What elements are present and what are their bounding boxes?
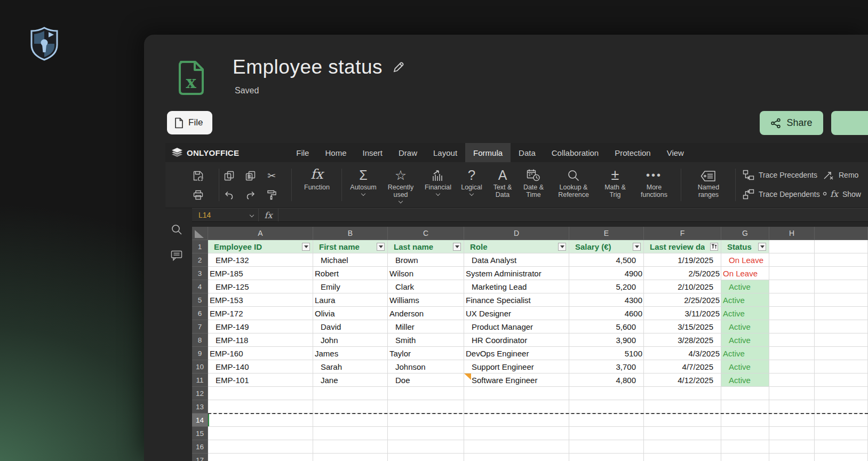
cell-H2[interactable] xyxy=(769,253,815,267)
cell-B9[interactable]: James xyxy=(313,347,388,360)
row-header-7[interactable]: 7 xyxy=(192,320,208,333)
cell-H5[interactable] xyxy=(769,293,815,307)
cell-B10[interactable]: Sarah xyxy=(313,360,388,373)
cell-E12[interactable] xyxy=(569,387,644,400)
sort-filter-button[interactable] xyxy=(710,243,718,251)
cell-H3[interactable] xyxy=(769,267,815,280)
insert-function-button[interactable]: fx Function xyxy=(297,166,337,204)
cell-E9[interactable]: 5100 xyxy=(569,347,644,360)
text-data-button[interactable]: A Text & Data xyxy=(488,166,517,204)
cell-D13[interactable] xyxy=(464,400,569,414)
cell-G1[interactable]: Status xyxy=(721,240,769,253)
cell-G2[interactable]: On Leave xyxy=(721,253,769,267)
row-header-9[interactable]: 9 xyxy=(192,347,208,360)
cell-A12[interactable] xyxy=(208,387,313,400)
cell-H7[interactable] xyxy=(769,320,815,333)
filter-dropdown-button[interactable] xyxy=(453,243,461,251)
cell-A13[interactable] xyxy=(208,400,313,414)
col-header-E[interactable]: E xyxy=(569,227,644,240)
show-formulas-button[interactable]: fx Show xyxy=(823,189,861,199)
cell-C5[interactable]: Williams xyxy=(388,293,464,307)
row-header-1[interactable]: 1 xyxy=(192,240,208,253)
cell-E8[interactable]: 3,900 xyxy=(569,333,644,347)
row-header-10[interactable]: 10 xyxy=(192,360,208,373)
cell-A9[interactable]: EMP-160 xyxy=(208,347,313,360)
row-header-13[interactable]: 13 xyxy=(192,400,208,414)
cell-F9[interactable]: 4/3/2025 xyxy=(644,347,721,360)
tab-data[interactable]: Data xyxy=(511,143,544,162)
filter-dropdown-button[interactable] xyxy=(377,243,385,251)
cell-X10[interactable] xyxy=(815,360,868,373)
row-header-17[interactable]: 17 xyxy=(192,454,208,461)
cell-X11[interactable] xyxy=(815,373,868,387)
cell-A14[interactable] xyxy=(208,414,313,427)
cell-A10[interactable]: EMP-140 xyxy=(208,360,313,373)
cell-D12[interactable] xyxy=(464,387,569,400)
cell-D3[interactable]: System Administrator xyxy=(464,267,569,280)
cell-F3[interactable]: 2/5/2025 xyxy=(644,267,721,280)
tab-formula[interactable]: Formula xyxy=(465,143,511,162)
cell-B15[interactable] xyxy=(313,427,388,440)
col-header-B[interactable]: B xyxy=(313,227,388,240)
cell-D15[interactable] xyxy=(464,427,569,440)
cell-D2[interactable]: Data Analyst xyxy=(464,253,569,267)
cell-F12[interactable] xyxy=(644,387,721,400)
cell-F11[interactable]: 4/12/2025 xyxy=(644,373,721,387)
cell-X3[interactable] xyxy=(815,267,868,280)
cell-X4[interactable] xyxy=(815,280,868,293)
cell-F13[interactable] xyxy=(644,400,721,414)
cell-C3[interactable]: Wilson xyxy=(388,267,464,280)
cell-G3[interactable]: On Leave xyxy=(721,267,769,280)
filter-dropdown-button[interactable] xyxy=(558,243,566,251)
cell-C4[interactable]: Clark xyxy=(388,280,464,293)
cell-C10[interactable]: Johnson xyxy=(388,360,464,373)
cell-X13[interactable] xyxy=(815,400,868,414)
col-header-clipped[interactable] xyxy=(815,227,868,240)
cell-H8[interactable] xyxy=(769,333,815,347)
cell-G16[interactable] xyxy=(721,440,769,454)
cell-D5[interactable]: Finance Specialist xyxy=(464,293,569,307)
cell-E16[interactable] xyxy=(569,440,644,454)
cell-G8[interactable]: Active xyxy=(721,333,769,347)
cell-G9[interactable]: Active xyxy=(721,347,769,360)
cell-C9[interactable]: Taylor xyxy=(388,347,464,360)
cell-H1[interactable] xyxy=(769,240,815,253)
cell-C11[interactable]: Doe xyxy=(388,373,464,387)
cell-D1[interactable]: Role xyxy=(464,240,569,253)
cell-B4[interactable]: Emily xyxy=(313,280,388,293)
cell-D17[interactable] xyxy=(464,454,569,461)
col-header-F[interactable]: F xyxy=(644,227,721,240)
tab-insert[interactable]: Insert xyxy=(354,143,391,162)
cell-X9[interactable] xyxy=(815,347,868,360)
cell-H4[interactable] xyxy=(769,280,815,293)
cell-X7[interactable] xyxy=(815,320,868,333)
tab-draw[interactable]: Draw xyxy=(391,143,425,162)
cell-A2[interactable]: EMP-132 xyxy=(208,253,313,267)
lookup-reference-button[interactable]: Lookup & Reference xyxy=(550,166,598,204)
cell-E1[interactable]: Salary (€) xyxy=(569,240,644,253)
cell-F5[interactable]: 2/25/2025 xyxy=(644,293,721,307)
cell-X15[interactable] xyxy=(815,427,868,440)
cell-E2[interactable]: 4,500 xyxy=(569,253,644,267)
comments-icon[interactable] xyxy=(171,250,182,261)
cell-G14[interactable] xyxy=(721,414,769,427)
cell-C17[interactable] xyxy=(388,454,464,461)
cell-H11[interactable] xyxy=(769,373,815,387)
cell-D16[interactable] xyxy=(464,440,569,454)
cell-D9[interactable]: DevOps Engineer xyxy=(464,347,569,360)
cell-D8[interactable]: HR Coordinator xyxy=(464,333,569,347)
cell-C1[interactable]: Last name xyxy=(388,240,464,253)
tab-home[interactable]: Home xyxy=(317,143,354,162)
cell-H10[interactable] xyxy=(769,360,815,373)
cell-G6[interactable]: Active xyxy=(721,307,769,320)
cell-F7[interactable]: 3/15/2025 xyxy=(644,320,721,333)
tab-view[interactable]: View xyxy=(659,143,692,162)
cell-E13[interactable] xyxy=(569,400,644,414)
clipped-action-button[interactable] xyxy=(831,111,868,135)
cell-F14[interactable] xyxy=(644,414,721,427)
cell-D14[interactable] xyxy=(464,414,569,427)
recently-used-button[interactable]: ☆ Recently used xyxy=(382,166,419,204)
cell-A6[interactable]: EMP-172 xyxy=(208,307,313,320)
cell-G11[interactable]: Active xyxy=(721,373,769,387)
cell-X12[interactable] xyxy=(815,387,868,400)
